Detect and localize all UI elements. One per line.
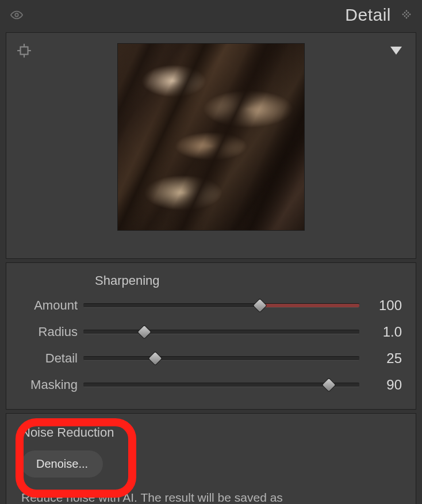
amount-slider[interactable] [83,303,359,308]
noise-description: Reduce noise with AI. The result will be… [21,488,286,504]
noise-reduction-heading: Noise Reduction [21,425,401,440]
radius-label: Radius [20,324,78,339]
sharpening-heading: Sharpening [95,273,402,288]
preview-section [6,32,416,259]
amount-value[interactable]: 100 [365,297,402,314]
masking-slider-handle[interactable] [321,377,336,392]
sharpening-section: Sharpening Amount 100 Radius 1.0 Detail … [6,262,416,410]
amount-label: Amount [20,298,78,313]
detail-preview-image[interactable] [117,43,305,231]
detail-slider[interactable] [83,356,359,361]
detail-value[interactable]: 25 [365,350,402,366]
detail-slider-handle[interactable] [148,351,162,365]
svg-point-7 [404,16,406,17]
svg-point-9 [406,17,408,19]
svg-point-6 [409,14,411,16]
panel-title: Detail [345,5,391,25]
masking-slider[interactable] [83,383,359,387]
svg-point-2 [404,12,406,14]
svg-point-8 [408,16,409,17]
svg-rect-10 [21,47,28,55]
radius-slider[interactable] [83,330,359,334]
target-picker-icon[interactable] [17,43,32,58]
amount-slider-handle[interactable] [252,298,267,312]
header-right: Detail [345,5,412,25]
panel-header: Detail [0,0,422,32]
svg-point-1 [406,10,408,12]
svg-point-5 [406,14,408,16]
radius-slider-row: Radius 1.0 [20,324,402,340]
radius-value[interactable]: 1.0 [365,324,402,340]
masking-value[interactable]: 90 [365,377,402,393]
denoise-button[interactable]: Denoise... [21,450,103,478]
svg-point-4 [402,14,404,16]
amount-overfill [260,304,359,307]
masking-label: Masking [20,377,78,392]
detail-label: Detail [20,351,78,366]
svg-point-0 [15,13,18,17]
masking-slider-row: Masking 90 [20,377,402,393]
svg-marker-15 [390,47,402,55]
noise-reduction-section: Noise Reduction Denoise... Reduce noise … [6,413,416,504]
amount-slider-row: Amount 100 [20,297,402,314]
radius-slider-handle[interactable] [137,324,151,339]
collapse-triangle-icon[interactable] [390,47,402,58]
visibility-eye-icon[interactable] [10,9,23,21]
panel-options-icon[interactable] [401,10,412,20]
svg-point-3 [408,12,409,14]
detail-slider-row: Detail 25 [20,350,402,366]
